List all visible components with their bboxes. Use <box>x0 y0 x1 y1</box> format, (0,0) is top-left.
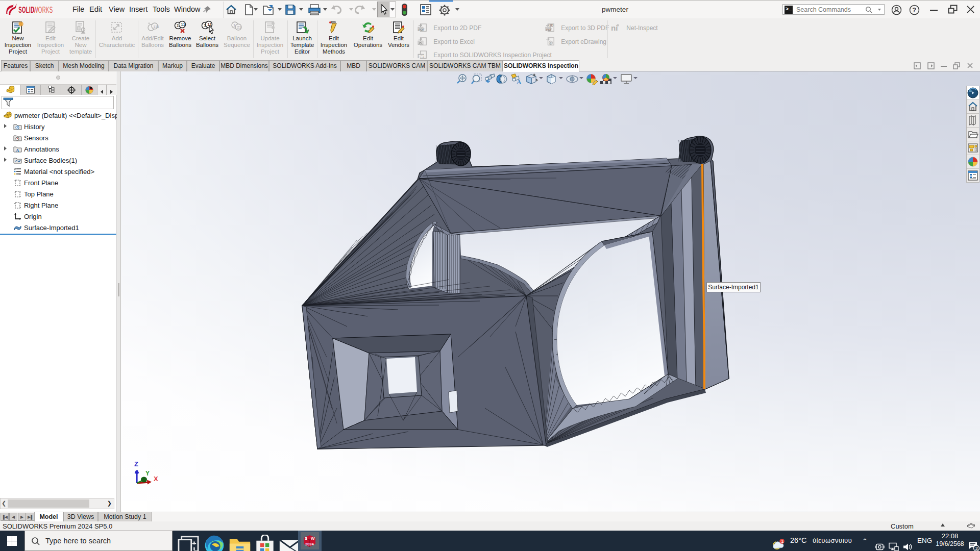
svg-text:PDF: PDF <box>546 28 552 31</box>
svg-text:2024: 2024 <box>305 542 314 546</box>
svg-text:PDF: PDF <box>419 28 425 31</box>
svg-text:?: ? <box>912 6 916 14</box>
svg-text:S: S <box>305 536 308 541</box>
svg-text:1: 1 <box>781 539 783 544</box>
svg-text:3D: 3D <box>549 23 554 27</box>
svg-text:111: 111 <box>153 24 160 29</box>
svg-text:A: A <box>16 148 19 153</box>
svg-text:W: W <box>311 536 315 541</box>
svg-text:23: 23 <box>237 25 241 30</box>
svg-text:e: e <box>550 41 552 45</box>
svg-text:2: 2 <box>975 545 978 551</box>
svg-text:11: 11 <box>181 22 185 27</box>
svg-text:1: 1 <box>177 23 179 28</box>
svg-text:1: 1 <box>204 23 206 28</box>
svg-text:SOLID: SOLID <box>18 5 34 15</box>
svg-text:1: 1 <box>233 23 236 28</box>
svg-text:WORKS: WORKS <box>33 5 53 15</box>
svg-text:SW: SW <box>419 55 424 58</box>
